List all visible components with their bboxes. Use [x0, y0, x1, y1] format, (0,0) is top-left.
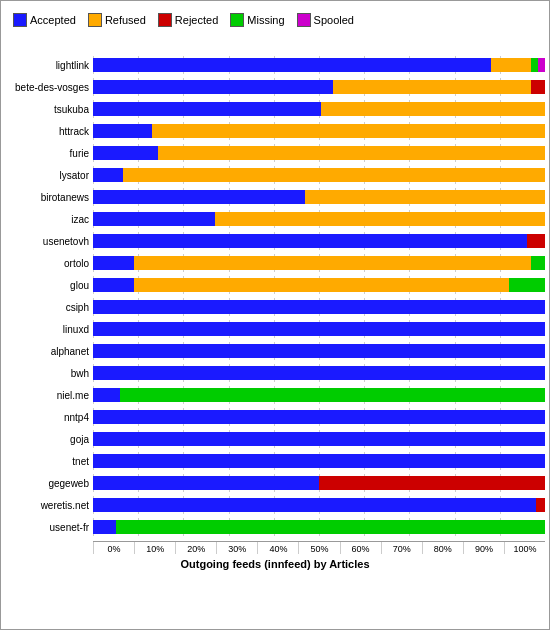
legend-color-spooled — [297, 13, 311, 27]
x-tick: 90% — [463, 542, 504, 554]
bar-section: 2007121 — [93, 386, 545, 404]
x-tick: 30% — [216, 542, 257, 554]
top-spacer — [93, 33, 545, 55]
bar-section: 1992162 — [93, 276, 545, 294]
bars-wrapper — [93, 212, 545, 226]
table-row: httrack6942621 — [5, 121, 545, 141]
row-label: gegeweb — [5, 478, 93, 489]
bar-section: 70205736 — [93, 56, 545, 74]
bars-wrapper — [93, 58, 545, 72]
x-axis: 0%10%20%30%40%50%60%70%80%90%100% — [93, 541, 545, 554]
row-label: lysator — [5, 170, 93, 181]
bar-segment-rejected — [319, 476, 545, 490]
bar-segment-accepted — [93, 58, 491, 72]
bars-wrapper — [93, 344, 545, 358]
bar-segment-accepted — [93, 80, 333, 94]
bar-section: 5018103 — [93, 496, 545, 514]
legend-label-accepted: Accepted — [30, 14, 76, 26]
bar-segment-refused — [134, 278, 509, 292]
bar-section: 15381538 — [93, 100, 545, 118]
bar-segment-missing — [531, 58, 538, 72]
row-label: csiph — [5, 302, 93, 313]
row-label: niel.me — [5, 390, 93, 401]
bar-segment-missing — [120, 388, 545, 402]
x-tick: 60% — [340, 542, 381, 554]
bar-segment-refused — [134, 256, 532, 270]
row-label: httrack — [5, 126, 93, 137]
bars-wrapper — [93, 432, 545, 446]
x-tick: 10% — [134, 542, 175, 554]
rows-area: lightlink70205736bete-des-vosges21671898… — [5, 55, 545, 539]
table-row: glou1992162 — [5, 275, 545, 295]
bars-wrapper — [93, 124, 545, 138]
bars-wrapper — [93, 520, 545, 534]
row-label: birotanews — [5, 192, 93, 203]
legend-item-rejected: Rejected — [158, 13, 218, 27]
bars-wrapper — [93, 256, 545, 270]
legend-item-accepted: Accepted — [13, 13, 76, 27]
row-label: lightlink — [5, 60, 93, 71]
bar-segment-accepted — [93, 454, 545, 468]
row-label: izac — [5, 214, 93, 225]
bar-section: 6592140 — [93, 342, 545, 360]
row-label: nntp4 — [5, 412, 93, 423]
row-label: bete-des-vosges — [5, 82, 93, 93]
row-label: bwh — [5, 368, 93, 379]
bars-wrapper — [93, 410, 545, 424]
bar-section: 5716146 — [93, 298, 545, 316]
bars-wrapper — [93, 102, 545, 116]
bars-wrapper — [93, 300, 545, 314]
table-row: ortolo2389193 — [5, 253, 545, 273]
bar-segment-accepted — [93, 520, 116, 534]
table-row: tsukuba15381538 — [5, 99, 545, 119]
bar-segment-accepted — [93, 344, 545, 358]
x-tick: 100% — [504, 542, 545, 554]
legend-color-rejected — [158, 13, 172, 27]
bar-segment-accepted — [93, 410, 545, 424]
bar-segment-accepted — [93, 300, 545, 314]
legend-item-missing: Missing — [230, 13, 284, 27]
table-row: birotanews460411 — [5, 187, 545, 207]
row-label: usenet-fr — [5, 522, 93, 533]
bars-wrapper — [93, 454, 545, 468]
bar-segment-accepted — [93, 432, 545, 446]
bar-segment-refused — [158, 146, 545, 160]
legend-label-rejected: Rejected — [175, 14, 218, 26]
bars-wrapper — [93, 190, 545, 204]
table-row: alphanet6592140 — [5, 341, 545, 361]
bars-wrapper — [93, 278, 545, 292]
row-label: alphanet — [5, 346, 93, 357]
chart-container: AcceptedRefusedRejectedMissingSpooled li… — [0, 0, 550, 630]
bar-section: 21671898 — [93, 78, 545, 96]
table-row: izac1073286 — [5, 209, 545, 229]
table-row: csiph5716146 — [5, 297, 545, 317]
bar-segment-accepted — [93, 476, 319, 490]
legend-label-spooled: Spooled — [314, 14, 354, 26]
bar-segment-accepted — [93, 102, 321, 116]
bar-segment-accepted — [93, 366, 545, 380]
x-tick: 0% — [93, 542, 134, 554]
bar-segment-refused — [152, 124, 545, 138]
legend-color-accepted — [13, 13, 27, 27]
x-tick: 40% — [257, 542, 298, 554]
x-tick: 70% — [381, 542, 422, 554]
table-row: furie3510570 — [5, 143, 545, 163]
row-label: goja — [5, 434, 93, 445]
legend-item-refused: Refused — [88, 13, 146, 27]
bar-segment-rejected — [531, 80, 545, 94]
bar-segment-accepted — [93, 498, 536, 512]
bar-segment-missing — [116, 520, 545, 534]
bar-section: 7009463 — [93, 166, 545, 184]
row-label: tnet — [5, 456, 93, 467]
table-row: goja5681120 — [5, 429, 545, 449]
bar-segment-accepted — [93, 322, 545, 336]
table-row: tnet7106117 — [5, 451, 545, 471]
row-label: furie — [5, 148, 93, 159]
bar-segment-refused — [123, 168, 545, 182]
bar-segment-accepted — [93, 168, 123, 182]
bar-section: 1073286 — [93, 210, 545, 228]
bars-wrapper — [93, 476, 545, 490]
bar-section: 2389193 — [93, 254, 545, 272]
bar-section: 5722225 — [93, 232, 545, 250]
bar-segment-missing — [509, 278, 545, 292]
